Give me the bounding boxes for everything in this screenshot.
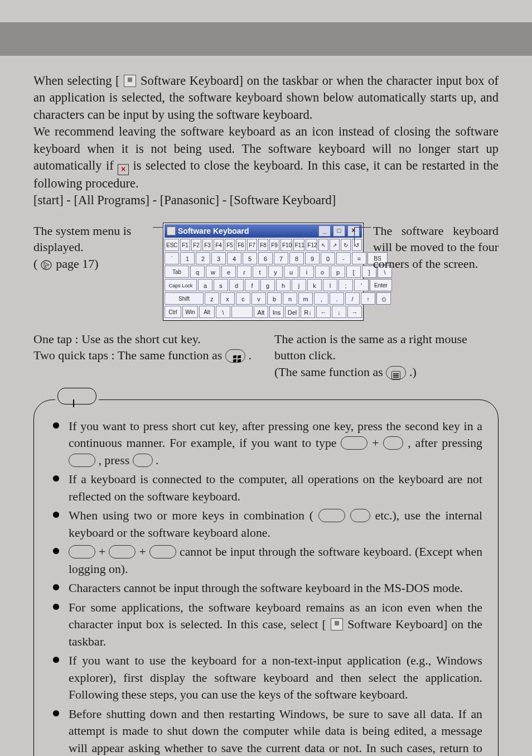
windows-key-icon — [225, 349, 245, 363]
below-left-l2a: Two quick taps : The same function as — [33, 348, 225, 362]
keyboard-key[interactable]: / — [345, 292, 360, 305]
keyboard-key[interactable]: 1 — [180, 252, 195, 264]
keyboard-key[interactable]: F12 — [306, 239, 317, 251]
keyboard-key[interactable]: 4 — [227, 252, 241, 264]
keyboard-key[interactable]: F11 — [293, 239, 305, 251]
keyboard-key[interactable]: Win — [182, 306, 198, 318]
keyboard-key[interactable]: k — [307, 279, 322, 291]
keyboard-key[interactable]: i — [299, 266, 314, 278]
keyboard-key[interactable]: j — [292, 279, 306, 291]
keyboard-key[interactable]: F9 — [269, 239, 279, 251]
keyboard-key[interactable]: F3 — [202, 239, 212, 251]
keyboard-key[interactable]: ↻ — [341, 239, 351, 251]
keyboard-key[interactable]: ↗ — [330, 239, 340, 251]
keyboard-key[interactable]: s — [214, 279, 228, 291]
keyboard-key[interactable]: F5 — [225, 239, 235, 251]
keyboard-key[interactable]: \ — [216, 306, 230, 318]
keyboard-figure: Software Keyboard _ □ × ESCF1F2F3F4F5F6F… — [163, 223, 364, 321]
keyboard-key[interactable]: ↖ — [318, 239, 328, 251]
keyboard-key[interactable]: = — [352, 252, 366, 264]
intro-p3: [start] - [All Programs] - [Panasonic] -… — [33, 192, 499, 209]
keyboard-key[interactable]: 6 — [258, 252, 273, 264]
below-right: The action is the same as a right mouse … — [274, 331, 499, 381]
keyboard-key[interactable]: [ — [346, 266, 361, 278]
keyboard-key[interactable]: v — [252, 292, 266, 305]
keyboard-key[interactable]: F2 — [191, 239, 201, 251]
keyboard-key[interactable]: ↓ — [332, 306, 346, 318]
context-menu-key-icon — [386, 366, 406, 379]
keyboard-key[interactable]: o — [315, 266, 330, 278]
keyboard-key[interactable]: ← — [316, 306, 331, 318]
keyboard-key[interactable]: l — [323, 279, 337, 291]
note-5: Characters cannot be input through the s… — [53, 580, 482, 597]
close-x-icon: × — [118, 164, 129, 175]
keyboard-key[interactable]: Shift — [165, 292, 204, 305]
note-tab — [55, 388, 99, 407]
keyboard-key[interactable]: d — [229, 279, 244, 291]
keyboard-key[interactable]: e — [221, 266, 236, 278]
keyboard-key[interactable]: b — [267, 292, 282, 305]
note-8: Before shutting down and then restarting… — [53, 706, 482, 756]
intro-p2: We recommend leaving the software keyboa… — [33, 123, 499, 192]
keyboard-key[interactable]: → — [347, 306, 362, 318]
keyboard-key[interactable]: w — [206, 266, 220, 278]
note-7: If you want to use the keyboard for a no… — [53, 652, 482, 704]
keyboard-key[interactable]: 2 — [196, 252, 210, 264]
keyboard-key[interactable]: F10 — [280, 239, 292, 251]
keyboard-key[interactable]: Alt — [254, 306, 268, 318]
key-pill — [318, 509, 345, 522]
minimize-button[interactable]: _ — [318, 225, 331, 237]
keyboard-key[interactable]: F4 — [214, 239, 224, 251]
below-left: One tap : Use as the short cut key. Two … — [33, 331, 258, 381]
keyboard-key[interactable]: ↺ — [352, 239, 362, 251]
key-pill — [350, 509, 370, 522]
keyboard-key[interactable]: g — [260, 279, 275, 291]
keyboard-key[interactable]: r — [237, 266, 252, 278]
keyboard-key[interactable]: u — [284, 266, 298, 278]
maximize-button[interactable]: □ — [333, 225, 345, 237]
keyboard-key[interactable]: . — [330, 292, 344, 305]
keyboard-key[interactable]: y — [268, 266, 283, 278]
keyboard-key[interactable]: Tab — [165, 266, 189, 278]
key-pill — [341, 436, 367, 450]
keyboard-key[interactable]: p — [331, 266, 345, 278]
keyboard-key[interactable]: m — [298, 292, 313, 305]
keyboard-key[interactable]: Ins — [269, 306, 284, 318]
note-6: For some applications, the software keyb… — [53, 599, 482, 651]
below-right-l1: The action is the same as a right mouse … — [274, 331, 499, 364]
keyboard-key[interactable]: R↓ — [301, 306, 315, 318]
keyboard-key[interactable]: x — [220, 292, 235, 305]
keyboard-key[interactable]: 9 — [305, 252, 320, 264]
keyboard-key[interactable]: t — [253, 266, 267, 278]
keyboard-key[interactable]: F1 — [180, 239, 190, 251]
keyboard-key[interactable]: h — [276, 279, 291, 291]
keyboard-key[interactable]: 8 — [289, 252, 304, 264]
keyboard-key-space[interactable] — [231, 306, 253, 318]
keyboard-key[interactable]: ' — [354, 279, 369, 291]
keyboard-key[interactable]: a — [198, 279, 212, 291]
keyboard-key[interactable]: Del — [285, 306, 299, 318]
keyboard-key[interactable]: F7 — [247, 239, 257, 251]
keyboard-key[interactable]: Caps Lock — [165, 279, 197, 291]
keyboard-key[interactable]: F8 — [258, 239, 268, 251]
keyboard-key[interactable]: 7 — [274, 252, 288, 264]
keyboard-key[interactable]: F6 — [236, 239, 246, 251]
keyboard-key[interactable]: ESC — [165, 239, 179, 251]
keyboard-key[interactable]: c — [236, 292, 250, 305]
keyboard-key[interactable]: Ctrl — [165, 306, 181, 318]
key-pill — [69, 545, 95, 558]
keyboard-key[interactable]: , — [314, 292, 328, 305]
keyboard-key[interactable]: n — [283, 292, 297, 305]
keyboard-key[interactable]: ; — [338, 279, 353, 291]
keyboard-key[interactable]: 0 — [321, 252, 335, 264]
keyboard-key[interactable]: f — [245, 279, 259, 291]
keyboard-key[interactable]: - — [336, 252, 351, 264]
left-caption-l2a: ( — [33, 257, 37, 271]
keyboard-key[interactable]: Alt — [199, 306, 215, 318]
keyboard-key[interactable]: 3 — [211, 252, 226, 264]
keyboard-key[interactable]: 5 — [243, 252, 257, 264]
keyboard-key[interactable]: q — [190, 266, 205, 278]
keyboard-key[interactable]: ` — [165, 252, 179, 264]
left-caption-l1: The system menu is displayed. — [33, 223, 153, 256]
keyboard-key[interactable]: z — [205, 292, 219, 305]
